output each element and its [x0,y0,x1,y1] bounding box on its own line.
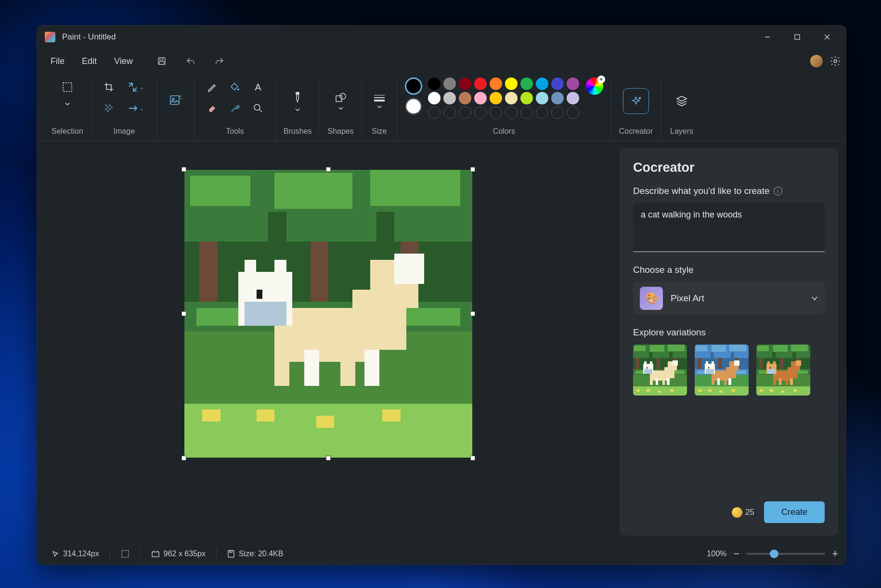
app-window: Paint - Untitled File Edit View Selecti [37,25,846,565]
fill-tool[interactable] [225,77,245,97]
remove-bg-tool[interactable] [99,99,118,118]
resize-handle[interactable] [470,456,475,460]
generative-tool[interactable] [165,90,186,112]
color-swatch[interactable] [428,77,440,90]
color-swatch[interactable] [474,92,487,104]
color-swatch[interactable] [459,92,471,104]
shapes-tool[interactable] [331,86,350,116]
color-swatch[interactable] [490,77,502,90]
describe-label: Describe what you'd like to createi [633,186,825,196]
menu-view[interactable]: View [105,52,142,70]
zoom-in-button[interactable]: + [832,548,838,560]
ribbon-colors: Colors [397,77,611,141]
style-selected: Pixel Art [671,293,811,304]
brush-tool[interactable] [288,86,307,116]
zoom-slider[interactable] [746,553,825,555]
layers-button[interactable] [669,88,695,114]
color-swatch[interactable] [505,92,518,104]
text-tool[interactable]: A [248,77,268,97]
ribbon-tools-label: Tools [226,124,244,141]
menu-edit[interactable]: Edit [73,52,105,70]
crop-tool[interactable] [99,77,118,97]
close-button[interactable] [812,26,842,49]
color-swatch-empty[interactable] [505,106,518,119]
menu-file[interactable]: File [42,52,73,70]
svg-point-23 [340,93,346,99]
color-swatch-empty[interactable] [459,106,471,119]
svg-rect-21 [296,92,299,94]
ribbon-image: ⌄ ⌄ Image [91,77,157,141]
svg-rect-28 [122,550,129,557]
color-swatch[interactable] [567,77,579,90]
color-swatch[interactable] [490,92,502,104]
picker-tool[interactable] [225,99,245,118]
color-swatch[interactable] [551,92,564,104]
color-swatch[interactable] [428,92,440,104]
ribbon-shapes-label: Shapes [328,124,354,141]
resize-handle[interactable] [326,167,331,172]
variation-thumb[interactable] [633,345,687,396]
color-swatch[interactable] [536,77,548,90]
fit-screen[interactable] [114,550,136,558]
resize-tool[interactable]: ⌄ [122,77,149,97]
user-avatar[interactable] [810,55,823,67]
resize-handle[interactable] [470,311,475,316]
color-swatch-empty[interactable] [474,106,487,119]
resize-handle[interactable] [181,311,186,316]
info-icon[interactable]: i [774,187,782,195]
variation-thumb[interactable] [695,345,749,396]
settings-icon[interactable] [829,55,841,67]
size-tool[interactable] [370,86,389,116]
save-icon[interactable] [153,52,170,70]
resize-handle[interactable] [181,167,186,172]
canvas[interactable] [184,170,472,458]
color-swatch[interactable] [551,77,564,90]
primary-color[interactable] [405,77,422,95]
color-swatch-empty[interactable] [567,106,579,119]
color-swatch-empty[interactable] [536,106,548,119]
prompt-input[interactable] [633,203,825,252]
secondary-color[interactable] [405,98,422,115]
color-swatch[interactable] [443,77,456,90]
ribbon-layers-label: Layers [670,124,693,141]
color-swatch-empty[interactable] [551,106,564,119]
color-swatch[interactable] [474,77,487,90]
resize-handle[interactable] [326,456,331,460]
color-swatch-empty[interactable] [443,106,456,119]
select-tool[interactable] [58,77,77,97]
svg-rect-31 [230,550,232,552]
chevron-down-icon [811,296,818,301]
color-swatch[interactable] [505,77,518,90]
cocreator-button[interactable] [623,88,649,114]
color-swatch-empty[interactable] [490,106,502,119]
color-swatch-empty[interactable] [428,106,440,119]
color-wheel[interactable] [586,77,603,95]
variation-thumb[interactable] [756,345,810,396]
color-swatch[interactable] [536,92,548,104]
color-swatch[interactable] [459,77,471,90]
ribbon-colors-label: Colors [493,124,515,141]
redo-icon[interactable] [211,52,228,70]
svg-text:A: A [255,82,261,92]
rotate-tool[interactable]: ⌄ [122,99,149,118]
color-swatch[interactable] [443,92,456,104]
resize-handle[interactable] [470,167,475,172]
color-swatch[interactable] [567,92,579,104]
svg-rect-15 [107,110,109,112]
create-button[interactable]: Create [764,501,825,523]
canvas-area[interactable] [37,141,620,564]
zoom-tool[interactable] [248,99,268,118]
undo-icon[interactable] [182,52,199,70]
ribbon-brushes-label: Brushes [284,124,312,141]
select-dropdown[interactable] [58,99,77,109]
color-swatch-empty[interactable] [520,106,533,119]
style-selector[interactable]: 🎨 Pixel Art [633,282,825,315]
color-swatch[interactable] [520,77,533,90]
maximize-button[interactable] [782,26,812,49]
pencil-tool[interactable] [202,77,221,97]
minimize-button[interactable] [752,26,782,49]
eraser-tool[interactable] [202,99,221,118]
color-swatch[interactable] [520,92,533,104]
resize-handle[interactable] [181,456,186,460]
zoom-out-button[interactable]: − [733,548,739,560]
